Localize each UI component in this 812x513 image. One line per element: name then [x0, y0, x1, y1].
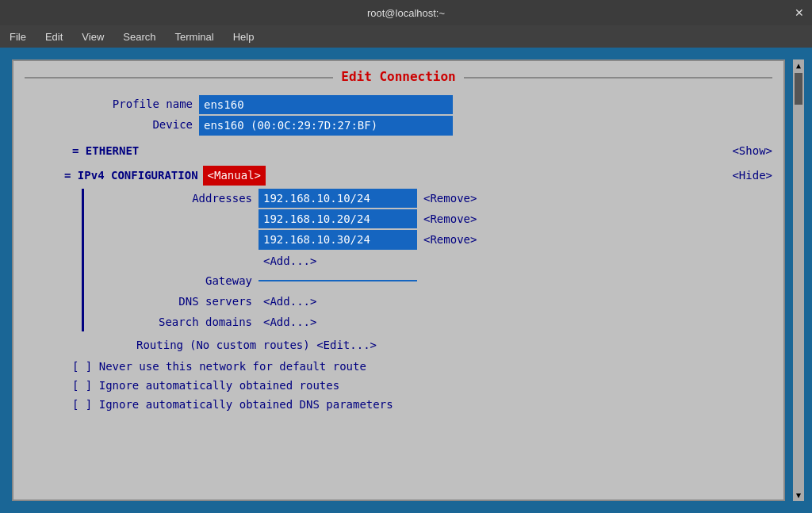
profile-name-label: Profile name	[25, 95, 199, 113]
ethernet-label: = ETHERNET	[72, 142, 139, 159]
dns-label: DNS servers	[84, 293, 259, 310]
scroll-down-arrow[interactable]: ▼	[793, 491, 804, 500]
address-value-1[interactable]: 192.168.10.10/24	[259, 189, 417, 208]
routing-label: Routing	[72, 336, 190, 354]
menu-terminal[interactable]: Terminal	[172, 29, 217, 44]
checkbox-row-2: [ ] Ignore automatically obtained routes	[72, 377, 772, 394]
dialog-title-row: Edit Connection	[25, 69, 772, 84]
checkbox-2-text[interactable]: [ ] Ignore automatically obtained routes	[72, 377, 339, 394]
device-label: Device	[25, 116, 199, 133]
dialog-title: Edit Connection	[333, 69, 464, 84]
dns-row: DNS servers <Add...>	[84, 292, 772, 311]
menu-file[interactable]: File	[6, 29, 29, 44]
checkbox-3-text[interactable]: [ ] Ignore automatically obtained DNS pa…	[72, 396, 393, 413]
address-value-2[interactable]: 192.168.10.20/24	[259, 209, 417, 228]
profile-name-value[interactable]: ens160	[199, 95, 453, 114]
search-domains-row: Search domains <Add...>	[84, 312, 772, 331]
title-bar-text: root@localhost:~	[367, 7, 445, 19]
profile-name-row: Profile name ens160	[25, 95, 772, 114]
terminal-area: Edit Connection Profile name ens160 Devi…	[0, 48, 812, 513]
scroll-up-arrow[interactable]: ▲	[793, 61, 804, 70]
menu-search[interactable]: Search	[120, 29, 159, 44]
title-bar: root@localhost:~ ✕	[0, 0, 812, 25]
scroll-thumb[interactable]	[795, 73, 802, 105]
ipv4-mode-button[interactable]: <Manual>	[203, 166, 266, 185]
dialog-title-text: Edit Connection	[341, 69, 456, 84]
ethernet-show-button[interactable]: <Show>	[732, 142, 772, 159]
ipv4-hide-button[interactable]: <Hide>	[732, 167, 772, 184]
addresses-label: Addresses	[84, 190, 259, 207]
search-domains-value[interactable]: <Add...>	[259, 312, 321, 331]
remove-button-3[interactable]: <Remove>	[423, 231, 477, 248]
address-value-3[interactable]: 192.168.10.30/24	[259, 230, 417, 249]
menu-edit[interactable]: Edit	[42, 29, 66, 44]
remove-button-2[interactable]: <Remove>	[423, 210, 477, 228]
routing-value[interactable]: (No custom routes) <Edit...>	[190, 336, 377, 354]
dns-value[interactable]: <Add...>	[259, 292, 321, 311]
address-row-3: 192.168.10.30/24 <Remove>	[84, 230, 772, 249]
ipv4-label: = IPv4 CONFIGURATION	[64, 167, 198, 184]
gateway-label: Gateway	[84, 272, 259, 289]
dialog-content: Profile name ens160 Device ens160 (00:0C…	[25, 95, 772, 414]
routing-row: Routing (No custom routes) <Edit...>	[72, 336, 772, 354]
address-row-1: Addresses 192.168.10.10/24 <Remove>	[84, 189, 772, 208]
add-address-row: <Add...>	[84, 251, 772, 270]
add-address-button[interactable]: <Add...>	[259, 251, 321, 270]
search-domains-label: Search domains	[84, 313, 259, 331]
checkbox-row-3: [ ] Ignore automatically obtained DNS pa…	[72, 396, 772, 413]
gateway-row: Gateway	[84, 272, 772, 289]
scrollbar[interactable]: ▲ ▼	[793, 59, 804, 501]
gateway-value[interactable]	[259, 280, 417, 281]
ipv4-section-header: = IPv4 CONFIGURATION <Manual> <Hide>	[25, 166, 772, 185]
menu-bar: File Edit View Search Terminal Help	[0, 25, 812, 48]
dialog-box: Edit Connection Profile name ens160 Devi…	[12, 59, 785, 501]
menu-help[interactable]: Help	[230, 29, 258, 44]
ipv4-content: Addresses 192.168.10.10/24 <Remove> 192.…	[82, 189, 772, 332]
checkbox-row-1: [ ] Never use this network for default r…	[72, 358, 772, 375]
device-row: Device ens160 (00:0C:29:7D:27:BF)	[25, 116, 772, 135]
address-row-2: 192.168.10.20/24 <Remove>	[84, 209, 772, 228]
device-value[interactable]: ens160 (00:0C:29:7D:27:BF)	[199, 116, 453, 135]
menu-view[interactable]: View	[79, 29, 107, 44]
checkbox-1-text[interactable]: [ ] Never use this network for default r…	[72, 358, 366, 375]
close-button[interactable]: ✕	[795, 6, 804, 19]
remove-button-1[interactable]: <Remove>	[423, 190, 477, 207]
ethernet-section: = ETHERNET <Show>	[25, 142, 772, 159]
